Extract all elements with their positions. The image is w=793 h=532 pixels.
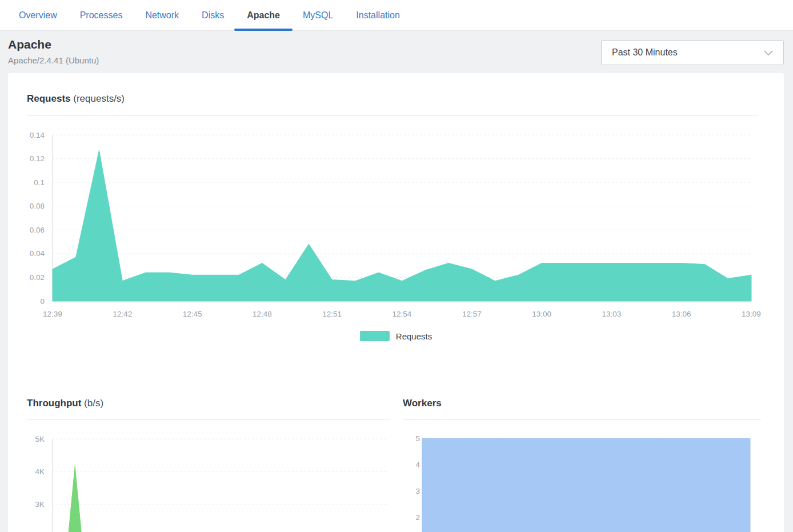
requests-legend: Requests: [8, 330, 784, 342]
throughput-chart-title-text: Throughput: [27, 398, 81, 409]
tab-label: MySQL: [303, 10, 333, 21]
x-tick-label: 12:48: [253, 310, 272, 318]
requests-area-series: [53, 150, 751, 301]
workers-area-series: [422, 438, 750, 532]
y-tick-label: 5: [415, 434, 420, 443]
x-tick-label: 12:39: [43, 310, 62, 318]
tab-label: Processes: [80, 10, 123, 21]
tab-disks[interactable]: Disks: [202, 0, 224, 30]
requests-chart-title: Requests (requests/s): [27, 93, 125, 105]
y-tick-label: 0.02: [30, 273, 45, 282]
page-subtitle: Apache/2.4.41 (Ubuntu): [8, 55, 99, 65]
tab-bar: Overview Processes Network Disks Apache …: [0, 0, 793, 31]
y-tick-label: 0.04: [30, 249, 45, 258]
x-tick-label: 13:00: [532, 310, 551, 318]
x-tick-label: 12:57: [462, 310, 482, 318]
x-tick-label: 13:09: [742, 310, 761, 318]
requests-chart-title-text: Requests: [27, 93, 71, 104]
page-header: Apache Apache/2.4.41 (Ubuntu) Past 30 Mi…: [0, 31, 793, 73]
requests-title-rule: [27, 115, 758, 115]
throughput-chart-unit: (b/s): [84, 398, 103, 409]
y-tick-label: 3K: [35, 500, 45, 509]
y-tick-label: 0: [40, 297, 45, 306]
tab-label: Disks: [202, 10, 224, 21]
tab-label: Network: [145, 10, 179, 21]
y-tick-label: 4: [415, 461, 420, 469]
tab-label: Apache: [247, 10, 280, 21]
tab-mysql[interactable]: MySQL: [303, 0, 333, 30]
y-tick-label: 0.12: [30, 154, 45, 163]
requests-legend-label: Requests: [396, 331, 432, 341]
y-tick-label: 0.14: [30, 131, 45, 139]
throughput-title-rule: [27, 419, 390, 419]
y-tick-label: 0.08: [30, 202, 45, 210]
y-tick-label: 0.06: [30, 226, 45, 234]
x-tick-label: 13:03: [602, 310, 622, 318]
throughput-area-series: [53, 466, 389, 532]
requests-chart: 0.140.120.10.080.060.040.02012:3912:4212…: [23, 126, 766, 326]
page-title: Apache: [8, 38, 51, 51]
tab-label: Installation: [356, 10, 400, 21]
throughput-chart-title: Throughput (b/s): [27, 398, 103, 409]
y-tick-label: 0.1: [34, 178, 45, 187]
y-tick-label: 5K: [35, 435, 45, 443]
tab-apache[interactable]: Apache: [247, 0, 280, 30]
time-range-value: Past 30 Minutes: [612, 47, 764, 58]
chevron-down-icon: [764, 50, 773, 55]
x-tick-label: 12:51: [322, 310, 342, 318]
tab-processes[interactable]: Processes: [80, 0, 123, 30]
y-tick-label: 4K: [35, 467, 45, 476]
throughput-chart: 5K4K3K: [22, 426, 399, 532]
workers-chart: 5432: [394, 426, 783, 532]
x-tick-label: 12:42: [113, 310, 132, 318]
x-tick-label: 13:06: [672, 310, 691, 318]
y-tick-label: 3: [415, 487, 420, 495]
tab-installation[interactable]: Installation: [356, 0, 400, 30]
x-tick-label: 12:45: [183, 310, 202, 318]
content-card: Requests (requests/s) 0.140.120.10.080.0…: [8, 73, 784, 532]
requests-legend-swatch: [360, 331, 390, 341]
tab-label: Overview: [19, 10, 57, 21]
x-tick-label: 12:54: [393, 310, 412, 318]
tab-overview[interactable]: Overview: [19, 0, 57, 30]
workers-title-rule: [403, 419, 761, 419]
tab-network[interactable]: Network: [145, 0, 179, 30]
workers-chart-title-text: Workers: [403, 398, 442, 409]
time-range-select[interactable]: Past 30 Minutes: [601, 40, 784, 65]
y-tick-label: 2: [415, 513, 420, 522]
page: Overview Processes Network Disks Apache …: [0, 0, 793, 532]
workers-chart-title: Workers: [403, 398, 442, 409]
requests-chart-unit: (requests/s): [73, 93, 125, 104]
active-tab-underline: [234, 29, 293, 31]
gridlines: [53, 439, 389, 505]
